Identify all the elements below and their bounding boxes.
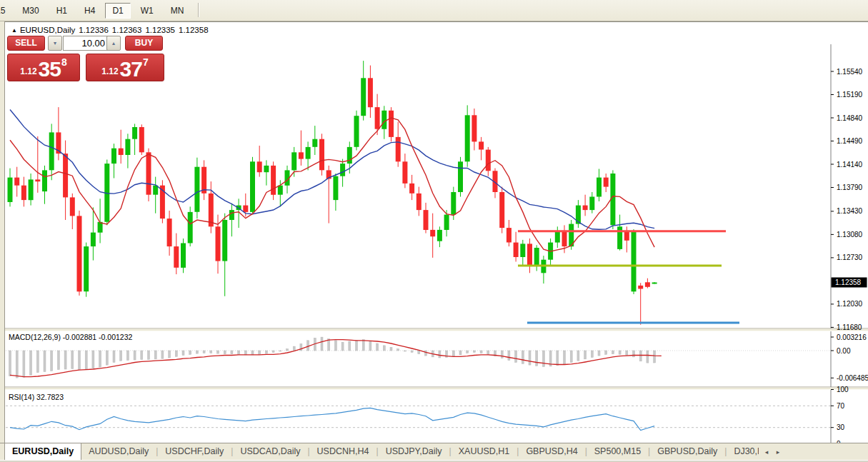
macd-indicator: MACD(12,26,9) -0.002881 -0.001232 xyxy=(6,333,831,378)
volume-decrease-button[interactable]: ▾ xyxy=(48,36,62,51)
timeframe-toolbar: 15M30H1H4D1W1MN xyxy=(0,0,868,21)
tab-EURUSD-Daily[interactable]: EURUSD,Daily xyxy=(4,443,81,461)
timeframe-button-MN[interactable]: MN xyxy=(164,3,191,19)
svg-text:70: 70 xyxy=(837,402,845,410)
svg-text:1.13790: 1.13790 xyxy=(837,184,863,191)
svg-text:-0.006485: -0.006485 xyxy=(837,374,868,382)
chevron-down-icon: ▾ xyxy=(54,40,56,46)
svg-text:1.15540: 1.15540 xyxy=(837,68,863,76)
buy-price-big: 37 xyxy=(120,59,142,80)
timeframe-button-H1[interactable]: H1 xyxy=(49,3,74,19)
timeframe-button-W1[interactable]: W1 xyxy=(134,3,161,19)
ohlc-low: 1.12335 xyxy=(145,26,175,34)
ohlc-open: 1.12336 xyxy=(79,26,109,34)
svg-text:0.003216: 0.003216 xyxy=(837,333,867,341)
tab-scroll-left-icon[interactable]: ◂ xyxy=(762,447,772,457)
toolbar-separator xyxy=(198,3,199,17)
window-left-border xyxy=(0,21,5,443)
chart-symbol-label: EURUSD,Daily xyxy=(20,26,75,34)
sell-price-display[interactable]: 1.12 35 8 xyxy=(7,54,80,81)
tab-AUDUSD-Daily[interactable]: AUDUSD,Daily xyxy=(81,443,156,459)
chart-tab-bar: EURUSD,DailyAUDUSD,Daily|USDCHF,Daily|US… xyxy=(0,443,868,461)
chart-window: MACD(12,26,9) -0.002881 -0.001232RSI(14)… xyxy=(0,21,868,443)
svg-text:1.11680: 1.11680 xyxy=(837,323,862,331)
tab-DJ30-H4[interactable]: DJ30,H4 xyxy=(727,443,759,459)
svg-text:1.14840: 1.14840 xyxy=(837,114,863,122)
svg-text:1.12730: 1.12730 xyxy=(837,253,863,261)
timeframe-button-M30[interactable]: M30 xyxy=(15,3,46,19)
panel-separator[interactable] xyxy=(0,387,868,390)
price-chart-canvas: MACD(12,26,9) -0.002881 -0.001232RSI(14)… xyxy=(0,44,868,462)
tab-USDCHF-Daily[interactable]: USDCHF,Daily xyxy=(158,443,231,459)
svg-text:1.15190: 1.15190 xyxy=(837,91,863,99)
svg-text:1.12358: 1.12358 xyxy=(835,278,862,286)
buy-button[interactable]: BUY xyxy=(125,36,163,51)
tab-SP500-M15[interactable]: SP500,M15 xyxy=(587,443,648,459)
svg-text:1.14490: 1.14490 xyxy=(837,137,863,145)
sell-price-big: 35 xyxy=(39,59,61,80)
svg-text:1.14140: 1.14140 xyxy=(837,161,863,169)
buy-price-sup: 7 xyxy=(143,56,149,68)
chart-title: ▲EURUSD,Daily1.123361.123631.123351.1235… xyxy=(11,26,209,34)
rsi-indicator: RSI(14) 32.7823 xyxy=(6,393,831,431)
tab-GBPUSD-H4[interactable]: GBPUSD,H4 xyxy=(519,443,584,459)
tab-USDCAD-Daily[interactable]: USDCAD,Daily xyxy=(233,443,307,459)
one-click-trading-panel: SELL ▾ ▴ BUY 1.12 35 8 1.12 37 7 xyxy=(7,36,163,81)
tab-scroll-right-icon[interactable]: ▸ xyxy=(773,447,783,457)
volume-input[interactable] xyxy=(63,36,109,51)
sell-price-prefix: 1.12 xyxy=(20,66,36,76)
svg-text:MACD(12,26,9) -0.002881 -0.001: MACD(12,26,9) -0.002881 -0.001232 xyxy=(9,333,133,341)
svg-text:RSI(14) 32.7823: RSI(14) 32.7823 xyxy=(9,393,64,401)
timeframe-button-15[interactable]: 15 xyxy=(0,3,12,19)
tab-GBPUSD-Daily[interactable]: GBPUSD,Daily xyxy=(650,443,724,459)
tab-XAUUSD-H1[interactable]: XAUUSD,H1 xyxy=(452,443,517,459)
svg-text:0.00: 0.00 xyxy=(837,347,851,355)
tab-USDJPY-Daily[interactable]: USDJPY,Daily xyxy=(379,443,449,459)
svg-text:100: 100 xyxy=(837,386,849,393)
ohlc-high: 1.12363 xyxy=(112,26,142,34)
svg-text:30: 30 xyxy=(837,423,845,431)
panel-separator[interactable] xyxy=(0,328,868,331)
collapse-panel-icon[interactable]: ▲ xyxy=(11,27,17,34)
svg-text:1.13430: 1.13430 xyxy=(837,207,863,215)
sell-price-sup: 8 xyxy=(61,56,67,68)
tab-USDCNH-H4[interactable]: USDCNH,H4 xyxy=(310,443,376,459)
sell-button[interactable]: SELL xyxy=(7,36,45,51)
svg-text:1.12030: 1.12030 xyxy=(837,300,863,308)
chevron-up-icon: ▴ xyxy=(112,40,115,46)
buy-price-prefix: 1.12 xyxy=(101,66,118,76)
svg-text:1.13080: 1.13080 xyxy=(837,231,863,238)
volume-increase-button[interactable]: ▴ xyxy=(106,36,121,51)
ohlc-close: 1.12358 xyxy=(179,26,209,34)
buy-price-display[interactable]: 1.12 37 7 xyxy=(86,54,164,81)
current-price-tag: 1.12358 xyxy=(832,278,867,288)
timeframe-button-D1[interactable]: D1 xyxy=(105,3,130,19)
timeframe-button-H4[interactable]: H4 xyxy=(77,3,102,19)
